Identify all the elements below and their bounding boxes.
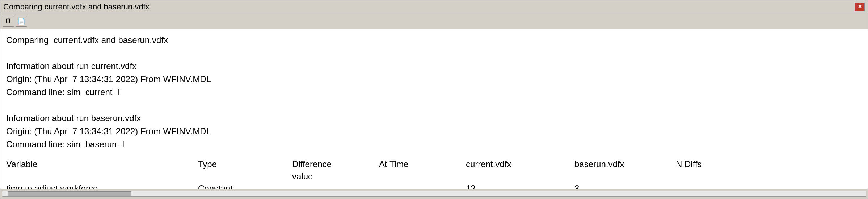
toolbar-copy-button[interactable]: 🗒 [3,16,14,27]
col-header-difference: Difference value [292,158,379,182]
toolbar-save-button[interactable]: 📄 [16,16,27,27]
cell-current: 12 [466,182,574,189]
table-header-row: Variable Type Difference value At Time c… [6,158,862,182]
close-button[interactable]: ✕ [855,3,865,11]
save-icon: 📄 [17,17,25,25]
cell-variable: time to adjust workforce [6,182,198,189]
info-line-blank1 [6,47,862,60]
scrollbar-track[interactable] [2,191,866,197]
title-bar: Comparing current.vdfx and baserun.vdfx … [0,0,868,13]
info-line-8: Origin: (Thu Apr 7 13:34:31 2022) From W… [6,125,862,138]
col-header-baserun: baserun.vdfx [574,158,676,170]
info-line-5: Command line: sim current -I [6,86,862,99]
window-title: Comparing current.vdfx and baserun.vdfx [3,2,149,12]
content-area[interactable]: Comparing current.vdfx and baserun.vdfx … [0,29,868,189]
info-block: Comparing current.vdfx and baserun.vdfx … [6,34,862,151]
col-header-attime: At Time [379,158,466,170]
info-line-9: Command line: sim baserun -I [6,138,862,151]
cell-baserun: 3 [574,182,676,189]
col-header-variable: Variable [6,158,198,170]
comparison-table: Variable Type Difference value At Time c… [6,158,862,189]
col-header-ndiffs: N Diffs [676,158,748,170]
info-line-blank2 [6,99,862,112]
horizontal-scrollbar[interactable] [0,189,868,199]
info-line-3: Information about run current.vdfx [6,60,862,73]
table-row: time to adjust workforce Constant 12 3 [6,182,862,189]
col-header-type: Type [198,158,292,170]
info-line-4: Origin: (Thu Apr 7 13:34:31 2022) From W… [6,73,862,86]
info-line-7: Information about run baserun.vdfx [6,112,862,125]
main-window: Comparing current.vdfx and baserun.vdfx … [0,0,868,199]
col-header-current: current.vdfx [466,158,574,170]
toolbar: 🗒 📄 [0,13,868,29]
info-line-1: Comparing current.vdfx and baserun.vdfx [6,34,862,47]
cell-type: Constant [198,182,292,189]
scrollbar-thumb[interactable] [8,191,131,196]
copy-icon: 🗒 [5,17,12,25]
